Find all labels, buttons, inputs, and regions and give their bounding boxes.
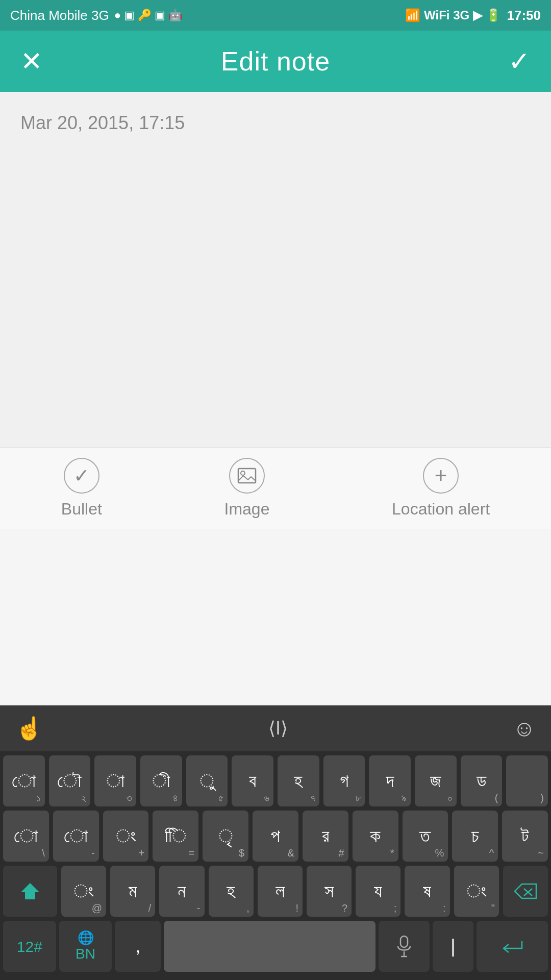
location-label: Location alert	[392, 500, 490, 519]
key-u5[interactable]: ু৫	[186, 755, 228, 806]
page-title: Edit note	[221, 46, 330, 77]
key-ng-pl[interactable]: ং+	[103, 811, 149, 862]
time-label: 17:50	[507, 8, 541, 23]
key-pa-am[interactable]: প&	[253, 811, 298, 862]
location-action[interactable]: + Location alert	[392, 458, 490, 519]
svg-marker-2	[21, 883, 39, 899]
gesture-icon[interactable]: ☝	[15, 715, 43, 742]
keyboard-row-2: ো\ ো- ং+ িি= ৃ$ প& র# ক* ত% চ^ ট~	[3, 811, 548, 862]
svg-rect-5	[400, 936, 408, 947]
toolbar: ✕ Edit note ✓	[0, 31, 551, 92]
bullet-action[interactable]: ✓ Bullet	[61, 458, 102, 519]
key-ha7[interactable]: হ৭	[278, 755, 319, 806]
keyboard-rows: ো১ ৌ২ া৩ ী৪ ু৫ ব৬ হ৭ গ৮ দ৯ জ০ ড( ) ো\ ো-…	[0, 751, 551, 980]
key-sha-co[interactable]: ষ:	[405, 866, 449, 917]
key-ma-sl[interactable]: ম/	[110, 866, 155, 917]
key-ii4[interactable]: ী৪	[140, 755, 182, 806]
key-ja0[interactable]: জ০	[415, 755, 457, 806]
location-icon: +	[423, 458, 459, 494]
carrier-label: China Mobile 3G	[10, 8, 109, 23]
key-ba6[interactable]: ব৬	[232, 755, 273, 806]
status-bar: China Mobile 3G ● ▣ 🔑 ▣ 🤖 📶 WiFi 3G ▶ 🔋 …	[0, 0, 551, 31]
status-icons: ● ▣ 🔑 ▣ 🤖	[114, 9, 183, 22]
svg-rect-0	[238, 469, 256, 483]
key-ha-cm[interactable]: হ,	[209, 866, 254, 917]
emoji-icon[interactable]: ☺	[513, 716, 536, 741]
key-la-ex[interactable]: ল!	[258, 866, 303, 917]
key-na-mn[interactable]: ন-	[159, 866, 204, 917]
image-action[interactable]: Image	[224, 458, 269, 519]
pipe-key[interactable]: |	[433, 921, 473, 972]
key-ou2[interactable]: ৌ২	[49, 755, 91, 806]
keyboard: ☝ ⟨I⟩ ☺ ো১ ৌ২ া৩ ী৪ ু৫ ব৬ হ৭ গ৮ দ৯ জ০ ড(…	[0, 705, 551, 980]
key-o-bs[interactable]: ো\	[3, 811, 49, 862]
comma-key[interactable]: ,	[115, 921, 161, 972]
keyboard-row-1: ো১ ৌ২ া৩ ী৪ ু৫ ব৬ হ৭ গ৮ দ৯ জ০ ড( )	[3, 755, 548, 806]
key-a3[interactable]: া৩	[94, 755, 136, 806]
status-right: 📶 WiFi 3G ▶ 🔋 17:50	[405, 8, 541, 23]
keyboard-row-3: ং@ ম/ ন- হ, ল! স? য; ষ: ং"	[3, 866, 548, 917]
space-key[interactable]	[164, 921, 375, 972]
lang-label: BN	[76, 946, 95, 962]
enter-key[interactable]	[477, 921, 548, 972]
close-button[interactable]: ✕	[20, 48, 43, 75]
key-tta-tl[interactable]: ট~	[502, 811, 548, 862]
key-ga8[interactable]: গ৮	[323, 755, 365, 806]
key-rp[interactable]: )	[506, 755, 548, 806]
note-date: Mar 20, 2015, 17:15	[20, 112, 531, 134]
comma-label: ,	[135, 936, 140, 957]
key-ng-at[interactable]: ং@	[61, 866, 106, 917]
note-content[interactable]	[20, 144, 531, 430]
key-ra-hs[interactable]: র#	[303, 811, 348, 862]
key-da9[interactable]: দ৯	[369, 755, 411, 806]
bullet-label: Bullet	[61, 500, 102, 519]
backspace-key[interactable]	[503, 866, 548, 917]
key-sa-qu[interactable]: স?	[307, 866, 352, 917]
image-label: Image	[224, 500, 269, 519]
key-i-eq[interactable]: িি=	[153, 811, 198, 862]
key-ta-pc[interactable]: ত%	[403, 811, 448, 862]
key-ng2-dq[interactable]: ং"	[454, 866, 499, 917]
key-ri-dl[interactable]: ৃ$	[203, 811, 248, 862]
key-o1[interactable]: ো১	[3, 755, 45, 806]
key-dap[interactable]: ড(	[461, 755, 503, 806]
cursor-icon[interactable]: ⟨I⟩	[268, 718, 288, 739]
key-ya-sc[interactable]: য;	[356, 866, 400, 917]
image-icon	[229, 458, 265, 494]
key-o-mn[interactable]: ো-	[53, 811, 99, 862]
num-sym-key[interactable]: 12#	[3, 921, 56, 972]
keyboard-top-bar: ☝ ⟨I⟩ ☺	[0, 705, 551, 751]
pipe-label: |	[450, 936, 455, 957]
num-sym-label: 12#	[17, 938, 42, 955]
shift-key[interactable]	[3, 866, 57, 917]
lang-key[interactable]: 🌐 BN	[59, 921, 112, 972]
note-area: Mar 20, 2015, 17:15	[0, 92, 551, 447]
mic-key[interactable]	[379, 921, 430, 972]
action-bar: ✓ Bullet Image + Location alert	[0, 447, 551, 529]
keyboard-row-4: 12# 🌐 BN ,	[3, 921, 548, 972]
signal-icons: 📶 WiFi 3G ▶ 🔋	[405, 8, 500, 22]
key-ka-as[interactable]: ক*	[353, 811, 398, 862]
svg-point-1	[241, 471, 245, 475]
bullet-icon: ✓	[64, 458, 99, 494]
status-left: China Mobile 3G ● ▣ 🔑 ▣ 🤖	[10, 8, 182, 23]
key-ca-ca[interactable]: চ^	[452, 811, 498, 862]
confirm-button[interactable]: ✓	[508, 48, 531, 75]
